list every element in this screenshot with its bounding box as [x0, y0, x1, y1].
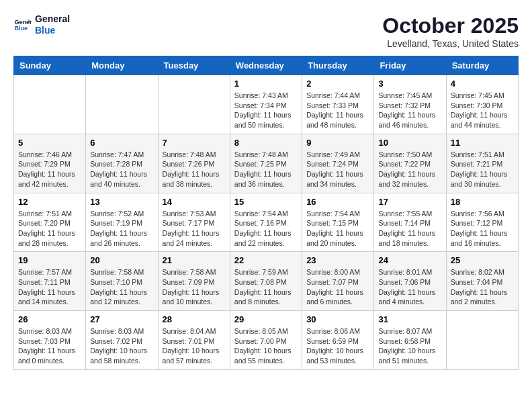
- day-number: 28: [163, 314, 226, 324]
- day-content: Sunrise: 7:45 AM Sunset: 7:30 PM Dayligh…: [451, 91, 514, 130]
- calendar-cell: [86, 75, 158, 134]
- calendar-week-row: 26Sunrise: 8:03 AM Sunset: 7:03 PM Dayli…: [14, 311, 519, 370]
- logo-icon: General Blue: [13, 15, 32, 34]
- calendar-cell: 6Sunrise: 7:47 AM Sunset: 7:28 PM Daylig…: [86, 134, 158, 193]
- page-header: General Blue General Blue October 2025 L…: [13, 13, 519, 49]
- day-content: Sunrise: 8:03 AM Sunset: 7:02 PM Dayligh…: [90, 326, 153, 366]
- calendar-cell: 24Sunrise: 8:01 AM Sunset: 7:06 PM Dayli…: [374, 252, 446, 311]
- day-number: 14: [163, 197, 226, 207]
- day-number: 1: [234, 79, 298, 89]
- day-number: 10: [378, 138, 441, 148]
- calendar-cell: 12Sunrise: 7:51 AM Sunset: 7:20 PM Dayli…: [14, 193, 86, 252]
- weekday-header: Friday: [374, 56, 446, 75]
- calendar-cell: 2Sunrise: 7:44 AM Sunset: 7:33 PM Daylig…: [302, 75, 374, 134]
- day-content: Sunrise: 7:58 AM Sunset: 7:09 PM Dayligh…: [163, 267, 226, 307]
- day-number: 8: [234, 138, 298, 148]
- weekday-header: Tuesday: [158, 56, 230, 75]
- calendar-cell: 21Sunrise: 7:58 AM Sunset: 7:09 PM Dayli…: [158, 252, 230, 311]
- day-content: Sunrise: 7:58 AM Sunset: 7:10 PM Dayligh…: [90, 267, 153, 307]
- calendar-cell: 28Sunrise: 8:04 AM Sunset: 7:01 PM Dayli…: [158, 311, 230, 370]
- day-content: Sunrise: 7:48 AM Sunset: 7:26 PM Dayligh…: [163, 150, 226, 189]
- day-content: Sunrise: 8:03 AM Sunset: 7:03 PM Dayligh…: [18, 326, 81, 366]
- day-content: Sunrise: 7:55 AM Sunset: 7:14 PM Dayligh…: [378, 209, 441, 248]
- day-content: Sunrise: 7:54 AM Sunset: 7:15 PM Dayligh…: [306, 209, 369, 248]
- calendar-cell: 7Sunrise: 7:48 AM Sunset: 7:26 PM Daylig…: [158, 134, 230, 193]
- day-number: 15: [234, 197, 298, 207]
- calendar-cell: 15Sunrise: 7:54 AM Sunset: 7:16 PM Dayli…: [230, 193, 302, 252]
- calendar-cell: [158, 75, 230, 134]
- calendar-cell: 25Sunrise: 8:02 AM Sunset: 7:04 PM Dayli…: [446, 252, 518, 311]
- calendar-week-row: 5Sunrise: 7:46 AM Sunset: 7:29 PM Daylig…: [14, 134, 519, 193]
- calendar-cell: 17Sunrise: 7:55 AM Sunset: 7:14 PM Dayli…: [374, 193, 446, 252]
- calendar-cell: 9Sunrise: 7:49 AM Sunset: 7:24 PM Daylig…: [302, 134, 374, 193]
- calendar-cell: 8Sunrise: 7:48 AM Sunset: 7:25 PM Daylig…: [230, 134, 302, 193]
- day-content: Sunrise: 7:47 AM Sunset: 7:28 PM Dayligh…: [90, 150, 153, 189]
- calendar-cell: 3Sunrise: 7:45 AM Sunset: 7:32 PM Daylig…: [374, 75, 446, 134]
- day-number: 22: [234, 255, 298, 265]
- day-number: 17: [378, 197, 441, 207]
- day-number: 7: [163, 138, 226, 148]
- day-number: 21: [163, 255, 226, 265]
- calendar-cell: 26Sunrise: 8:03 AM Sunset: 7:03 PM Dayli…: [14, 311, 86, 370]
- day-number: 9: [306, 138, 369, 148]
- calendar-cell: 23Sunrise: 8:00 AM Sunset: 7:07 PM Dayli…: [302, 252, 374, 311]
- calendar-cell: [446, 311, 518, 370]
- calendar-week-row: 19Sunrise: 7:57 AM Sunset: 7:11 PM Dayli…: [14, 252, 519, 311]
- day-content: Sunrise: 8:06 AM Sunset: 6:59 PM Dayligh…: [306, 326, 369, 366]
- day-number: 5: [18, 138, 81, 148]
- calendar-cell: 4Sunrise: 7:45 AM Sunset: 7:30 PM Daylig…: [446, 75, 518, 134]
- calendar-cell: 31Sunrise: 8:07 AM Sunset: 6:58 PM Dayli…: [374, 311, 446, 370]
- day-content: Sunrise: 7:56 AM Sunset: 7:12 PM Dayligh…: [451, 209, 514, 248]
- logo-line2: Blue: [35, 25, 70, 36]
- month-title: October 2025: [382, 13, 519, 38]
- calendar-cell: [14, 75, 86, 134]
- day-number: 12: [18, 197, 81, 207]
- weekday-header: Thursday: [302, 56, 374, 75]
- calendar-cell: 18Sunrise: 7:56 AM Sunset: 7:12 PM Dayli…: [446, 193, 518, 252]
- day-content: Sunrise: 7:54 AM Sunset: 7:16 PM Dayligh…: [234, 209, 298, 248]
- calendar-week-row: 12Sunrise: 7:51 AM Sunset: 7:20 PM Dayli…: [14, 193, 519, 252]
- day-content: Sunrise: 8:02 AM Sunset: 7:04 PM Dayligh…: [451, 267, 514, 307]
- day-content: Sunrise: 7:49 AM Sunset: 7:24 PM Dayligh…: [306, 150, 369, 189]
- location: Levelland, Texas, United States: [382, 38, 519, 49]
- day-number: 3: [378, 79, 441, 89]
- svg-text:Blue: Blue: [14, 25, 28, 32]
- calendar-cell: 1Sunrise: 7:43 AM Sunset: 7:34 PM Daylig…: [230, 75, 302, 134]
- day-number: 16: [306, 197, 369, 207]
- calendar-cell: 10Sunrise: 7:50 AM Sunset: 7:22 PM Dayli…: [374, 134, 446, 193]
- day-content: Sunrise: 7:43 AM Sunset: 7:34 PM Dayligh…: [234, 91, 298, 130]
- day-content: Sunrise: 7:59 AM Sunset: 7:08 PM Dayligh…: [234, 267, 298, 307]
- calendar-cell: 16Sunrise: 7:54 AM Sunset: 7:15 PM Dayli…: [302, 193, 374, 252]
- day-number: 18: [451, 197, 514, 207]
- weekday-header: Wednesday: [230, 56, 302, 75]
- day-content: Sunrise: 7:46 AM Sunset: 7:29 PM Dayligh…: [18, 150, 81, 189]
- title-block: October 2025 Levelland, Texas, United St…: [382, 13, 519, 49]
- calendar-cell: 19Sunrise: 7:57 AM Sunset: 7:11 PM Dayli…: [14, 252, 86, 311]
- day-number: 31: [378, 314, 441, 324]
- calendar-cell: 14Sunrise: 7:53 AM Sunset: 7:17 PM Dayli…: [158, 193, 230, 252]
- day-content: Sunrise: 7:44 AM Sunset: 7:33 PM Dayligh…: [306, 91, 369, 130]
- weekday-header: Sunday: [14, 56, 86, 75]
- day-content: Sunrise: 8:05 AM Sunset: 7:00 PM Dayligh…: [234, 326, 298, 366]
- day-content: Sunrise: 7:48 AM Sunset: 7:25 PM Dayligh…: [234, 150, 298, 189]
- calendar-week-row: 1Sunrise: 7:43 AM Sunset: 7:34 PM Daylig…: [14, 75, 519, 134]
- day-content: Sunrise: 7:51 AM Sunset: 7:20 PM Dayligh…: [18, 209, 81, 248]
- day-number: 11: [451, 138, 514, 148]
- calendar-cell: 22Sunrise: 7:59 AM Sunset: 7:08 PM Dayli…: [230, 252, 302, 311]
- day-number: 27: [90, 314, 153, 324]
- calendar-cell: 27Sunrise: 8:03 AM Sunset: 7:02 PM Dayli…: [86, 311, 158, 370]
- weekday-header: Saturday: [446, 56, 518, 75]
- day-content: Sunrise: 8:01 AM Sunset: 7:06 PM Dayligh…: [378, 267, 441, 307]
- day-number: 2: [306, 79, 369, 89]
- day-content: Sunrise: 7:50 AM Sunset: 7:22 PM Dayligh…: [378, 150, 441, 189]
- calendar-table: SundayMondayTuesdayWednesdayThursdayFrid…: [13, 56, 519, 370]
- calendar-cell: 29Sunrise: 8:05 AM Sunset: 7:00 PM Dayli…: [230, 311, 302, 370]
- day-number: 23: [306, 255, 369, 265]
- calendar-cell: 30Sunrise: 8:06 AM Sunset: 6:59 PM Dayli…: [302, 311, 374, 370]
- day-number: 25: [451, 255, 514, 265]
- day-content: Sunrise: 7:57 AM Sunset: 7:11 PM Dayligh…: [18, 267, 81, 307]
- day-content: Sunrise: 8:04 AM Sunset: 7:01 PM Dayligh…: [163, 326, 226, 366]
- calendar-cell: 20Sunrise: 7:58 AM Sunset: 7:10 PM Dayli…: [86, 252, 158, 311]
- weekday-header-row: SundayMondayTuesdayWednesdayThursdayFrid…: [14, 56, 519, 75]
- day-content: Sunrise: 8:07 AM Sunset: 6:58 PM Dayligh…: [378, 326, 441, 366]
